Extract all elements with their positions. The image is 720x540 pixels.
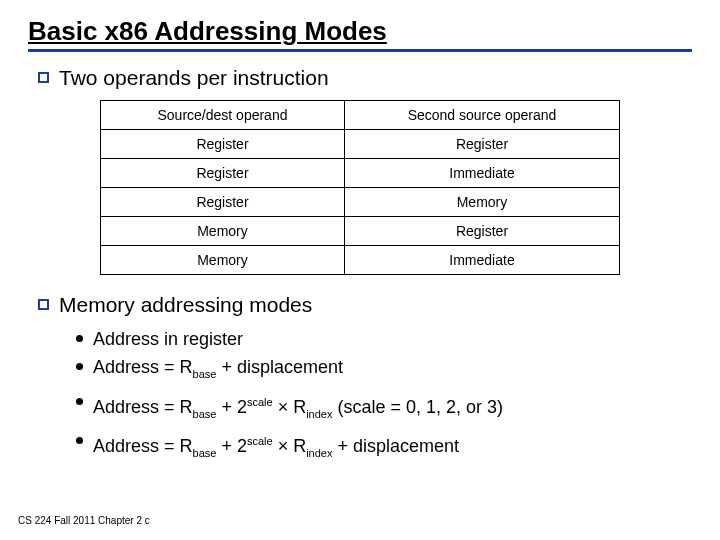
mode-text: Address = Rbase + 2scale × Rindex + disp… <box>93 429 459 465</box>
list-item: Address = Rbase + 2scale × Rindex (scale… <box>76 390 692 426</box>
table-cell: Register <box>101 188 345 217</box>
table-cell: Register <box>344 217 619 246</box>
table-header-cell: Second source operand <box>344 101 619 130</box>
bullet-text: Two operands per instruction <box>59 66 329 90</box>
list-item: Address in register <box>76 327 692 351</box>
dot-bullet-icon <box>76 398 83 405</box>
bullet-text: Memory addressing modes <box>59 293 312 317</box>
table-cell: Memory <box>101 217 345 246</box>
table-cell: Register <box>101 159 345 188</box>
addressing-mode-list: Address in register Address = Rbase + di… <box>76 327 692 465</box>
list-item: Address = Rbase + displacement <box>76 355 692 386</box>
table-row: Source/dest operand Second source operan… <box>101 101 620 130</box>
square-bullet-icon <box>38 299 49 310</box>
table-header-cell: Source/dest operand <box>101 101 345 130</box>
table-row: Register Memory <box>101 188 620 217</box>
square-bullet-icon <box>38 72 49 83</box>
bullet-two-operands: Two operands per instruction <box>38 66 692 90</box>
table-cell: Register <box>344 130 619 159</box>
dot-bullet-icon <box>76 335 83 342</box>
dot-bullet-icon <box>76 363 83 370</box>
table-cell: Immediate <box>344 159 619 188</box>
table-cell: Memory <box>344 188 619 217</box>
table-cell: Register <box>101 130 345 159</box>
list-item: Address = Rbase + 2scale × Rindex + disp… <box>76 429 692 465</box>
table-row: Register Register <box>101 130 620 159</box>
table-row: Memory Immediate <box>101 246 620 275</box>
operand-table: Source/dest operand Second source operan… <box>100 100 620 275</box>
mode-text: Address = Rbase + displacement <box>93 355 343 386</box>
table-cell: Immediate <box>344 246 619 275</box>
mode-text: Address in register <box>93 327 243 351</box>
table-row: Memory Register <box>101 217 620 246</box>
table-row: Register Immediate <box>101 159 620 188</box>
dot-bullet-icon <box>76 437 83 444</box>
mode-text: Address = Rbase + 2scale × Rindex (scale… <box>93 390 503 426</box>
slide-title: Basic x86 Addressing Modes <box>28 16 692 52</box>
bullet-memory-modes: Memory addressing modes <box>38 293 692 317</box>
table-cell: Memory <box>101 246 345 275</box>
slide-footer: CS 224 Fall 2011 Chapter 2 c <box>18 515 150 526</box>
